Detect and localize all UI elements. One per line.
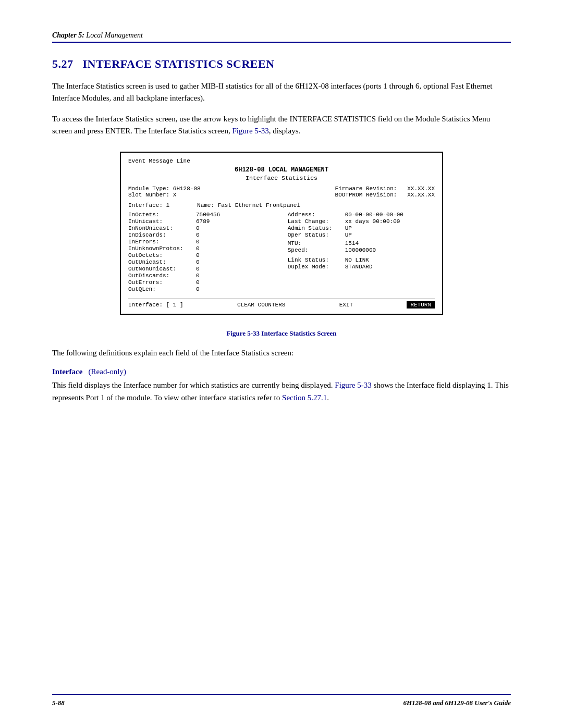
- screen-slot-number: Slot Number: X: [128, 192, 201, 198]
- screen-left-data-row: OutQLen:0: [128, 286, 288, 292]
- screen-right-data-row: Last Change:xx days 00:00:00: [288, 218, 435, 225]
- screen-left-label: OutUnicast:: [128, 259, 196, 265]
- footer-guide-title: 6H128-08 and 6H129-08 User's Guide: [403, 699, 511, 707]
- interface-field-attr: (Read-only): [89, 367, 126, 376]
- screen-right-value: NO LINK: [345, 257, 369, 263]
- screen-left-value: 6789: [196, 218, 210, 225]
- screen-left-data-row: OutUnicast:0: [128, 259, 288, 265]
- screen-left-value: 0: [196, 225, 200, 231]
- screen-right-data-row: Address:00-00-00-00-00-00: [288, 212, 435, 218]
- screen-module-type: Module Type: 6H128-08: [128, 186, 201, 192]
- screen-left-data-row: OutOctets:0: [128, 252, 288, 258]
- screen-info-row: Module Type: 6H128-08 Slot Number: X Fir…: [128, 186, 435, 198]
- screen-left-data-row: InDiscards:0: [128, 232, 288, 238]
- screen-interface-label: Interface: 1: [128, 202, 169, 208]
- section-5271-link[interactable]: Section 5.27.1: [282, 393, 327, 402]
- screen-right-value: 1514: [345, 240, 359, 246]
- screen-left-label: InUnknownProtos:: [128, 245, 196, 252]
- screen-left-label: OutDiscards:: [128, 273, 196, 279]
- firmware-value: XX.XX.XX: [407, 186, 435, 192]
- screen-right-label: Oper Status:: [288, 232, 345, 238]
- screen-left-value: 7500456: [196, 212, 220, 218]
- screen-main-title: 6H128-08 LOCAL MANAGEMENT: [128, 166, 435, 174]
- screen-left-label: InErrors:: [128, 239, 196, 245]
- screen-subtitle: Interface Statistics: [128, 175, 435, 181]
- screen-firmware-info: Firmware Revision: XX.XX.XX BOOTPROM Rev…: [335, 186, 435, 198]
- screen-right-data-row: Admin Status:UP: [288, 225, 435, 231]
- screen-left-label: OutNonUnicast:: [128, 266, 196, 272]
- interface-field-heading: Interface (Read-only): [52, 367, 511, 376]
- screen-right-data-row: Speed:100000000: [288, 247, 435, 253]
- screen-right-data-row: Link Status:NO LINK: [288, 257, 435, 263]
- screen-left-data-row: InErrors:0: [128, 239, 288, 245]
- screen-return-btn[interactable]: RETURN: [407, 301, 435, 309]
- screen-left-label: OutErrors:: [128, 279, 196, 286]
- screen-left-value: 0: [196, 245, 200, 252]
- para2-end: , displays.: [269, 127, 300, 135]
- screen-right-label: Link Status:: [288, 257, 345, 263]
- screen-module-info: Module Type: 6H128-08 Slot Number: X: [128, 186, 201, 198]
- screen-left-value: 0: [196, 279, 200, 286]
- screen-event-message-line: Event Message Line: [128, 158, 435, 164]
- bootprom-label: BOOTPROM Revision:: [335, 192, 397, 198]
- interface-field-desc: This field displays the Interface number…: [52, 379, 511, 404]
- bootprom-value: XX.XX.XX: [407, 192, 435, 198]
- screen-right-label: Admin Status:: [288, 225, 345, 231]
- interface-desc-start: This field displays the Interface number…: [52, 381, 335, 389]
- screen-name-label: Name: Fast Ethernet Frontpanel: [197, 202, 300, 208]
- figure-caption: Figure 5-33 Interface Statistics Screen: [52, 329, 511, 338]
- screen-right-label: Duplex Mode:: [288, 264, 345, 270]
- screen-left-value: 0: [196, 232, 200, 238]
- screen-left-label: InUnicast:: [128, 218, 196, 225]
- figure-33-link-1[interactable]: Figure 5-33: [232, 127, 268, 135]
- screen-right-column: Address:00-00-00-00-00-00Last Change:xx …: [288, 212, 435, 293]
- screen-left-label: OutOctets:: [128, 252, 196, 258]
- screen-clear-counters-btn[interactable]: CLEAR COUNTERS: [237, 302, 285, 308]
- screen-right-value: 00-00-00-00-00-00: [345, 212, 403, 218]
- section-heading: INTERFACE STATISTICS SCREEN: [83, 57, 275, 70]
- screen-left-label: InOctets:: [128, 212, 196, 218]
- screen-exit-btn[interactable]: EXIT: [339, 302, 353, 308]
- screen-right-label: Last Change:: [288, 218, 345, 225]
- firmware-label: Firmware Revision:: [335, 186, 397, 192]
- section-title: 5.27 INTERFACE STATISTICS SCREEN: [52, 57, 511, 71]
- figure-33-link-2[interactable]: Figure 5-33: [335, 381, 371, 389]
- screen-left-data-row: InOctets:7500456: [128, 212, 288, 218]
- screen-right-label: MTU:: [288, 240, 345, 246]
- screen-left-data-row: InUnknownProtos:0: [128, 245, 288, 252]
- screen-right-value: STANDARD: [345, 264, 373, 270]
- screen-left-value: 0: [196, 266, 200, 272]
- screen-left-column: InOctets:7500456InUnicast:6789InNonUnica…: [128, 212, 288, 293]
- screen-right-label: Address:: [288, 212, 345, 218]
- section-number: 5.27: [52, 57, 74, 70]
- screen-right-value: UP: [345, 225, 352, 231]
- body-para-2: To access the Interface Statistics scree…: [52, 113, 511, 138]
- screen-left-label: InDiscards:: [128, 232, 196, 238]
- interface-field-name: Interface: [52, 367, 82, 376]
- screen-right-data-row: MTU:1514: [288, 240, 435, 246]
- screen-left-data-row: OutNonUnicast:0: [128, 266, 288, 272]
- screen-left-data-row: InNonUnicast:0: [128, 225, 288, 231]
- screen-left-data-row: InUnicast:6789: [128, 218, 288, 225]
- screen-left-value: 0: [196, 286, 200, 292]
- screen-left-data-row: OutErrors:0: [128, 279, 288, 286]
- screen-left-value: 0: [196, 259, 200, 265]
- screen-right-value: 100000000: [345, 247, 376, 253]
- screen-left-label: InNonUnicast:: [128, 225, 196, 231]
- screen-right-data-row: Duplex Mode:STANDARD: [288, 264, 435, 270]
- post-figure-para: The following definitions explain each f…: [52, 347, 511, 359]
- screen-left-value: 0: [196, 239, 200, 245]
- interface-desc-end: .: [327, 393, 329, 402]
- screen-interface-name-row: Interface: 1 Name: Fast Ethernet Frontpa…: [128, 202, 435, 208]
- page-footer: 5-88 6H128-08 and 6H129-08 User's Guide: [52, 694, 511, 707]
- footer-page-number: 5-88: [52, 699, 65, 707]
- screen-mockup: Event Message Line 6H128-08 LOCAL MANAGE…: [120, 152, 443, 315]
- chapter-title: Local Management: [86, 31, 142, 39]
- screen-right-value: xx days 00:00:00: [345, 218, 400, 225]
- screen-left-value: 0: [196, 252, 200, 258]
- chapter-label: Chapter 5:: [52, 31, 84, 39]
- screen-bottom-interface[interactable]: Interface: [ 1 ]: [128, 302, 183, 308]
- screen-data-section: InOctets:7500456InUnicast:6789InNonUnica…: [128, 212, 435, 293]
- screen-firmware-row: Firmware Revision: XX.XX.XX: [335, 186, 435, 192]
- screen-left-value: 0: [196, 273, 200, 279]
